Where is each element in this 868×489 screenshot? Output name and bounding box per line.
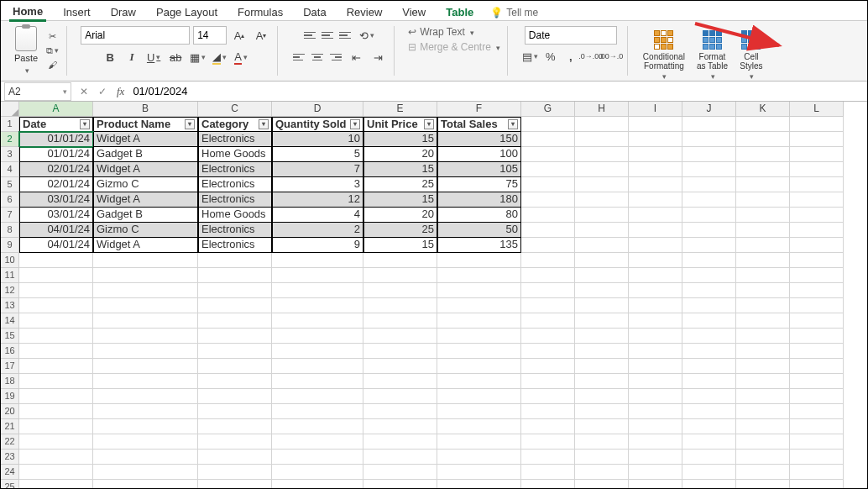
orientation-button[interactable]: ⟲: [358, 26, 376, 45]
cell-I6[interactable]: [629, 192, 682, 208]
cell-H18[interactable]: [575, 374, 629, 389]
cell-C23[interactable]: [198, 450, 272, 465]
cell-B3[interactable]: Gadget B: [93, 147, 198, 162]
cell-C17[interactable]: [198, 359, 272, 374]
cell-J25[interactable]: [682, 480, 736, 489]
cell-C1[interactable]: Category▾: [198, 117, 272, 132]
row-header[interactable]: 14: [1, 313, 19, 329]
cell-H19[interactable]: [575, 389, 629, 404]
cell-F5[interactable]: 75: [437, 177, 521, 192]
cell-L16[interactable]: [790, 344, 844, 359]
cell-B6[interactable]: Widget A: [93, 192, 198, 208]
cell-C5[interactable]: Electronics: [198, 177, 272, 192]
cell-J22[interactable]: [682, 434, 736, 450]
select-all-corner[interactable]: [1, 102, 19, 117]
cell-B22[interactable]: [93, 434, 198, 450]
cell-B10[interactable]: [93, 253, 198, 268]
cell-I5[interactable]: [629, 177, 682, 192]
cell-B20[interactable]: [93, 404, 198, 419]
cell-D21[interactable]: [272, 419, 363, 434]
cell-E17[interactable]: [363, 359, 437, 374]
cell-I3[interactable]: [629, 147, 682, 162]
cell-F11[interactable]: [437, 268, 521, 283]
cell-H12[interactable]: [575, 283, 629, 298]
cell-J23[interactable]: [682, 450, 736, 465]
row-header[interactable]: 4: [1, 162, 19, 177]
cell-A22[interactable]: [19, 434, 93, 450]
enter-formula-button[interactable]: ✓: [93, 86, 112, 97]
cell-L7[interactable]: [790, 208, 844, 223]
cell-B9[interactable]: Widget A: [93, 238, 198, 253]
cell-B17[interactable]: [93, 359, 198, 374]
cell-K14[interactable]: [736, 313, 790, 329]
cell-B4[interactable]: Widget A: [93, 162, 198, 177]
cell-H13[interactable]: [575, 298, 629, 313]
row-header[interactable]: 21: [1, 419, 19, 434]
cell-I16[interactable]: [629, 344, 682, 359]
row-header[interactable]: 24: [1, 465, 19, 480]
cell-D13[interactable]: [272, 298, 363, 313]
cell-B16[interactable]: [93, 344, 198, 359]
row-header[interactable]: 15: [1, 329, 19, 344]
cell-G8[interactable]: [521, 223, 575, 238]
cell-D15[interactable]: [272, 329, 363, 344]
cell-I25[interactable]: [629, 480, 682, 489]
cell-L3[interactable]: [790, 147, 844, 162]
cell-K13[interactable]: [736, 298, 790, 313]
cell-J15[interactable]: [682, 329, 736, 344]
cell-D3[interactable]: 5: [272, 147, 363, 162]
underline-button[interactable]: U: [144, 48, 163, 66]
cell-J24[interactable]: [682, 465, 736, 480]
cell-A9[interactable]: 04/01/24: [19, 238, 93, 253]
cell-D17[interactable]: [272, 359, 363, 374]
cell-F24[interactable]: [437, 465, 521, 480]
cell-E19[interactable]: [363, 389, 437, 404]
cell-I14[interactable]: [629, 313, 682, 329]
cell-J21[interactable]: [682, 419, 736, 434]
tab-home[interactable]: Home: [9, 3, 46, 22]
cell-J4[interactable]: [682, 162, 736, 177]
cell-C7[interactable]: Home Goods: [198, 208, 272, 223]
cell-G12[interactable]: [521, 283, 575, 298]
cancel-formula-button[interactable]: ✕: [75, 86, 93, 97]
cell-C14[interactable]: [198, 313, 272, 329]
cell-F1[interactable]: Total Sales▾: [437, 117, 521, 132]
filter-dropdown-icon[interactable]: ▾: [424, 119, 434, 129]
cell-H3[interactable]: [575, 147, 629, 162]
cell-C22[interactable]: [198, 434, 272, 450]
cell-H23[interactable]: [575, 450, 629, 465]
cell-J16[interactable]: [682, 344, 736, 359]
cell-H20[interactable]: [575, 404, 629, 419]
cell-G23[interactable]: [521, 450, 575, 465]
column-header-L[interactable]: L: [790, 102, 844, 117]
cell-I11[interactable]: [629, 268, 682, 283]
cell-F22[interactable]: [437, 434, 521, 450]
cell-B25[interactable]: [93, 480, 198, 489]
cell-K18[interactable]: [736, 374, 790, 389]
cell-A12[interactable]: [19, 283, 93, 298]
cell-B21[interactable]: [93, 419, 198, 434]
cell-G21[interactable]: [521, 419, 575, 434]
cell-G7[interactable]: [521, 208, 575, 223]
cell-I1[interactable]: [629, 117, 682, 132]
font-name-select[interactable]: [81, 26, 190, 45]
cell-A8[interactable]: 04/01/24: [19, 223, 93, 238]
cell-D7[interactable]: 4: [272, 208, 363, 223]
cell-K21[interactable]: [736, 419, 790, 434]
cell-J8[interactable]: [682, 223, 736, 238]
cell-I13[interactable]: [629, 298, 682, 313]
cell-F25[interactable]: [437, 480, 521, 489]
cell-C8[interactable]: Electronics: [198, 223, 272, 238]
row-header[interactable]: 13: [1, 298, 19, 313]
cell-K24[interactable]: [736, 465, 790, 480]
cell-H7[interactable]: [575, 208, 629, 223]
cell-E18[interactable]: [363, 374, 437, 389]
cell-I2[interactable]: [629, 132, 682, 147]
cell-K8[interactable]: [736, 223, 790, 238]
row-header[interactable]: 5: [1, 177, 19, 192]
cell-A6[interactable]: 03/01/24: [19, 192, 93, 208]
cell-A25[interactable]: [19, 480, 93, 489]
column-header-E[interactable]: E: [363, 102, 437, 117]
formula-input[interactable]: [129, 85, 867, 97]
cell-D11[interactable]: [272, 268, 363, 283]
